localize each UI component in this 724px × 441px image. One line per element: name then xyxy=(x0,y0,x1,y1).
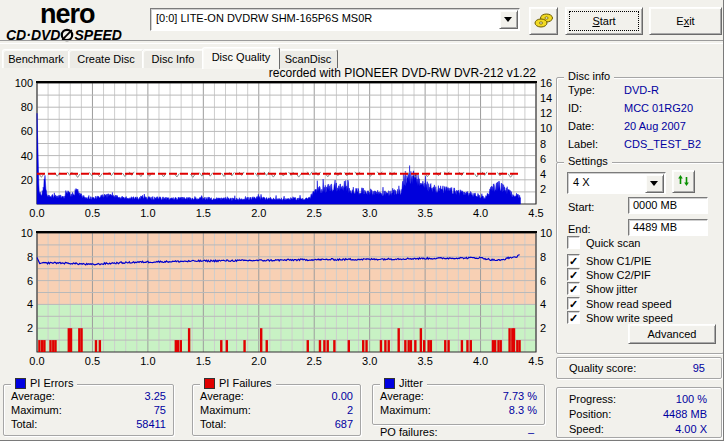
checkbox-show-c2-pif[interactable]: ✓Show C2/PIF xyxy=(567,268,651,281)
pi-failures-group: PI Failures Average:0.00Maximum:2Total:6… xyxy=(192,384,361,436)
pi-failure-bar xyxy=(243,340,245,352)
stat-row: Maximum:2 xyxy=(193,403,360,417)
pi-failure-bar xyxy=(78,328,80,352)
y-axis-tick-label: 80 xyxy=(21,101,33,113)
disc-info-group: Disc info Type:DVD-RID:MCC 01RG20Date:20… xyxy=(556,77,724,163)
stat-label: Average: xyxy=(11,389,55,403)
stat-label: Maximum: xyxy=(380,403,431,417)
pi-failure-bar xyxy=(220,340,222,352)
pi-failure-bar xyxy=(38,340,40,352)
checkbox-show-read-speed[interactable]: ✓Show read speed xyxy=(567,297,672,310)
pi-failure-bar xyxy=(41,340,43,352)
y-axis-tick-label: 2 xyxy=(27,322,33,334)
stat-row: Total:687 xyxy=(193,417,360,431)
jitter-group-label: Jitter xyxy=(399,377,423,389)
drive-select-arrow-button[interactable] xyxy=(499,10,518,29)
pi-errors-legend-swatch xyxy=(15,378,26,389)
stat-value: 75 xyxy=(154,403,166,417)
pi-failure-bar xyxy=(516,340,518,352)
y2-axis-tick-label: 6 xyxy=(540,153,546,165)
pi-failure-bar xyxy=(180,340,182,352)
exit-button[interactable]: Exit xyxy=(649,7,722,35)
y2-axis-tick-label: 2 xyxy=(540,183,546,195)
start-position-input[interactable]: 0000 MB xyxy=(628,197,708,214)
stat-label: Progress: xyxy=(569,392,616,407)
scan-speed-select[interactable]: 4 X xyxy=(567,172,666,194)
x-axis-tick-label: 3.5 xyxy=(417,355,432,367)
pi-failure-bar xyxy=(404,340,406,352)
start-position-label: Start: xyxy=(568,201,594,213)
disc-info-field-label: Type: xyxy=(568,84,624,96)
pi-errors-group-title: PI Errors xyxy=(11,377,77,389)
checkbox-label: Show read speed xyxy=(586,298,672,310)
pi-failures-group-title: PI Failures xyxy=(200,377,276,389)
disc-info-field-label: Date: xyxy=(568,120,624,132)
chevron-down-icon xyxy=(650,181,658,186)
pi-failure-bar xyxy=(380,340,382,352)
pi-failure-bar xyxy=(410,340,412,352)
pi-failure-bar xyxy=(333,340,335,352)
settings-group: Settings 4 X Start: 0000 MB End: 4489 MB… xyxy=(556,162,724,354)
checkbox-show-jitter[interactable]: ✓Show jitter xyxy=(567,282,637,295)
disc-info-field-label: ID: xyxy=(568,102,624,114)
checked-checkbox-icon: ✓ xyxy=(567,297,580,310)
settings-group-title: Settings xyxy=(564,155,612,167)
y-axis-tick-label: 100 xyxy=(15,77,33,89)
pi-failure-bar xyxy=(470,340,472,352)
checkbox-quick-scan[interactable]: Quick scan xyxy=(567,236,640,249)
x-axis-tick-label: 2.0 xyxy=(251,355,266,367)
pi-failure-bar xyxy=(95,340,97,352)
logo-nero-text: nero xyxy=(40,2,138,27)
x-axis-tick-label: 0.0 xyxy=(29,355,44,367)
x-axis-tick-label: 2.0 xyxy=(251,207,266,219)
pi-failure-bar xyxy=(388,340,390,352)
pi-failures-legend-swatch xyxy=(204,378,215,389)
checkbox-show-write-speed[interactable]: ✓Show write speed xyxy=(567,311,673,324)
pi-failure-bar xyxy=(260,328,262,352)
tab-disc-quality[interactable]: Disc Quality xyxy=(202,47,280,69)
stat-label: Total: xyxy=(11,417,37,431)
pi-failure-bar xyxy=(177,340,179,352)
y2-axis-tick-label: 4 xyxy=(540,298,546,310)
pi-failure-bar xyxy=(52,340,54,352)
pi-failure-bar xyxy=(423,340,425,352)
y-axis-tick-label: 10 xyxy=(21,227,33,239)
stat-row: Maximum:75 xyxy=(4,403,173,417)
pi-failure-bar xyxy=(494,340,496,352)
pi-failure-bar xyxy=(365,340,367,352)
disc-info-row: Type:DVD-R xyxy=(568,84,715,96)
pi-errors-group-label: PI Errors xyxy=(30,377,73,389)
pi-failures-group-label: PI Failures xyxy=(219,377,272,389)
pi-failure-bar xyxy=(500,340,502,352)
y2-axis-tick-label: 10 xyxy=(540,227,552,239)
quality-score-panel: Quality score: 95 xyxy=(556,357,722,379)
settings-group-label: Settings xyxy=(568,155,608,167)
end-position-input[interactable]: 4489 MB xyxy=(628,219,708,236)
pi-failure-bar xyxy=(348,340,350,352)
pi-failure-bar xyxy=(397,328,399,352)
eject-disc-button[interactable] xyxy=(529,7,558,35)
checkbox-label: Show write speed xyxy=(586,312,673,324)
checkbox-show-c1-pie[interactable]: ✓Show C1/PIE xyxy=(567,254,651,267)
stat-label: Total: xyxy=(200,417,226,431)
x-axis-tick-label: 2.5 xyxy=(307,355,322,367)
advanced-button[interactable]: Advanced xyxy=(628,324,716,344)
stat-label: Maximum: xyxy=(200,403,251,417)
pi-failure-bar xyxy=(266,340,268,352)
checked-checkbox-icon: ✓ xyxy=(567,254,580,267)
stat-value: 7.73 % xyxy=(503,389,537,403)
start-button[interactable]: Start xyxy=(565,7,643,35)
pi-failure-bar xyxy=(407,340,409,352)
y2-axis-tick-label: 8 xyxy=(540,251,546,263)
pi-failure-bar xyxy=(384,340,386,352)
pi-failure-bar xyxy=(54,340,56,352)
x-axis-tick-label: 1.0 xyxy=(140,355,155,367)
x-axis-tick-label: 1.5 xyxy=(196,355,211,367)
drive-select[interactable]: [0:0] LITE-ON DVDRW SHM-165P6S MS0R xyxy=(150,8,520,31)
stat-value: 4488 MB xyxy=(663,407,707,422)
refresh-button[interactable] xyxy=(672,170,695,193)
scan-speed-arrow-button[interactable] xyxy=(645,174,664,193)
y2-axis-tick-label: 8 xyxy=(540,138,546,150)
pi-failure-bar xyxy=(188,328,190,352)
stat-label: Position: xyxy=(569,407,611,422)
